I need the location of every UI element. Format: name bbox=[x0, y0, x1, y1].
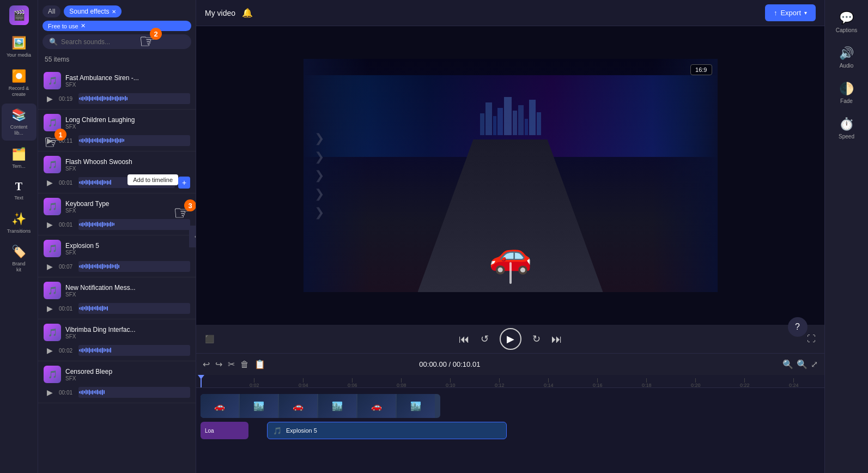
waveform bbox=[78, 303, 190, 314]
search-box[interactable]: 🔍 bbox=[43, 34, 191, 49]
playhead[interactable] bbox=[201, 375, 202, 387]
delete-button[interactable]: 🗑 bbox=[240, 360, 249, 369]
sound-icon: 🎵 bbox=[44, 366, 61, 383]
sidebar-item-content[interactable]: 📚 Contentlib... bbox=[2, 104, 37, 141]
sound-duration: 00:02 bbox=[59, 348, 75, 354]
ruler-mark: 0:24 bbox=[789, 378, 799, 388]
right-item-audio[interactable]: 🔊 Audio bbox=[827, 41, 866, 74]
fade-icon: 🌓 bbox=[839, 82, 854, 96]
sidebar-item-label: Brandkit bbox=[12, 261, 25, 273]
transitions-icon: ✨ bbox=[11, 212, 26, 226]
fullscreen-button[interactable]: ⛶ bbox=[807, 334, 816, 344]
panel-collapse-button[interactable]: ‹ bbox=[189, 226, 196, 247]
right-item-fade[interactable]: 🌓 Fade bbox=[827, 76, 866, 110]
sound-item: 🎵 New Notification Mess... SFX ▶ 00:01 bbox=[38, 277, 196, 319]
forward-button[interactable]: ↻ bbox=[532, 333, 541, 345]
ruler-mark: 0:10 bbox=[446, 378, 456, 388]
ruler-mark: 0:06 bbox=[348, 378, 357, 388]
skip-back-button[interactable]: ⏮ bbox=[459, 333, 470, 345]
add-to-timeline-button[interactable]: Add to timeline bbox=[128, 174, 178, 185]
sidebar-item-record[interactable]: ⏺️ Record &create bbox=[2, 65, 37, 102]
timeline-toolbar: ↩ ↪ ✂ 🗑 📋 00:00.00 / 00:10.01 🔍 🔍 ⤢ bbox=[196, 353, 824, 375]
sound-icon: 🎵 bbox=[44, 72, 61, 89]
sound-icon: 🎵 bbox=[44, 114, 61, 131]
audio-track-clip[interactable]: 🎵 Explosion 5 bbox=[267, 422, 507, 439]
sidebar-item-brand[interactable]: 🏷️ Brandkit bbox=[2, 240, 37, 277]
waveform bbox=[78, 93, 190, 104]
ruler-mark: 0:14 bbox=[544, 378, 554, 388]
play-sound-button[interactable]: ▶ bbox=[44, 177, 56, 189]
play-sound-button[interactable]: ▶ bbox=[44, 386, 56, 398]
title-icon: 🔔 bbox=[242, 8, 253, 18]
waveform bbox=[78, 261, 190, 272]
video-track-clip[interactable]: 🚗 🏙️ 🚗 🏙️ 🚗 🏙️ bbox=[201, 394, 440, 418]
play-pause-button[interactable]: ▶ bbox=[500, 328, 521, 350]
sidebar-item-your-media[interactable]: 🖼️ Your media bbox=[2, 32, 37, 63]
add-plus-button[interactable]: + bbox=[178, 177, 190, 189]
sidebar-item-label: Record &create bbox=[9, 86, 29, 98]
video-title: My video bbox=[205, 9, 235, 17]
sidebar-item-text[interactable]: T Text bbox=[2, 176, 37, 205]
sound-name: Explosion 5 bbox=[65, 242, 190, 250]
preview-area: ❯ ❯ ❯ ❯ ❯ 🚗 bbox=[196, 26, 824, 353]
ruler-mark: 0:22 bbox=[740, 378, 750, 388]
sound-icon: 🎵 bbox=[44, 156, 61, 173]
sound-type: SFX bbox=[65, 333, 190, 339]
sidebar-item-label: Contentlib... bbox=[10, 124, 28, 136]
panel-tabs: All Sound effects ✕ bbox=[38, 0, 196, 21]
play-sound-button[interactable]: ▶ bbox=[44, 93, 56, 105]
sidebar-item-label: Text bbox=[14, 195, 23, 201]
main-content: My video 🔔 ↑ Export ▾ ❯ ❯ ❯ ❯ ❯ bbox=[196, 0, 824, 473]
play-sound-button[interactable]: ▶ bbox=[44, 219, 56, 231]
sound-name: Vibrimba Ding Interfac... bbox=[65, 326, 190, 333]
sound-name: Fast Ambulance Siren -... bbox=[65, 74, 190, 82]
tab-all[interactable]: All bbox=[43, 5, 60, 17]
sound-name: Censored Bleep bbox=[65, 368, 190, 375]
sound-icon: 🎵 bbox=[44, 240, 61, 257]
sound-type: SFX bbox=[65, 166, 190, 172]
zoom-out-button[interactable]: 🔍 bbox=[782, 359, 793, 369]
export-button[interactable]: ↑ Export ▾ bbox=[765, 4, 816, 21]
sidebar-item-templates[interactable]: 🗂️ Tem... bbox=[2, 143, 37, 174]
undo-button[interactable]: ↩ bbox=[203, 359, 210, 369]
playback-controls: ⬛ ⏮ ↺ ▶ ↻ ⏭ ⛶ bbox=[196, 325, 824, 353]
skip-forward-button[interactable]: ⏭ bbox=[551, 333, 562, 345]
right-item-speed[interactable]: ⏱️ Speed bbox=[827, 112, 866, 145]
zoom-in-button[interactable]: 🔍 bbox=[797, 359, 808, 369]
sound-type: SFX bbox=[65, 250, 190, 256]
play-sound-button[interactable]: ▶ bbox=[44, 260, 56, 272]
clip-thumb-3: 🚗 bbox=[279, 394, 317, 418]
copy-button[interactable]: 📋 bbox=[254, 359, 265, 369]
search-icon: 🔍 bbox=[49, 38, 58, 46]
audio-track: Loa 🎵 Explosion 5 bbox=[196, 422, 824, 444]
ruler-mark: 0:04 bbox=[299, 378, 308, 388]
aspect-ratio-badge: 16:9 bbox=[690, 64, 712, 75]
right-item-captions[interactable]: 💬 Captions bbox=[827, 5, 866, 39]
redo-button[interactable]: ↪ bbox=[215, 359, 222, 369]
subtitles-control-btn[interactable]: ⬛ bbox=[205, 335, 214, 343]
tab-close-btn[interactable]: ✕ bbox=[112, 9, 116, 15]
badge-close[interactable]: ✕ bbox=[81, 22, 86, 29]
play-sound-button[interactable]: ▶ bbox=[44, 344, 56, 356]
tab-sound-effects[interactable]: Sound effects ✕ bbox=[64, 5, 121, 17]
sound-controls: ▶ 00:01 bbox=[44, 302, 190, 314]
zoom-controls: 🔍 🔍 ⤢ bbox=[782, 359, 818, 369]
play-sound-button[interactable]: ▶ bbox=[44, 135, 56, 147]
play-sound-button[interactable]: ▶ bbox=[44, 302, 56, 314]
cut-button[interactable]: ✂ bbox=[228, 359, 235, 369]
audio-clip-label: Explosion 5 bbox=[286, 427, 317, 434]
sound-duration: 00:19 bbox=[59, 96, 75, 102]
help-button[interactable]: ? bbox=[788, 317, 808, 337]
loa-clip[interactable]: Loa bbox=[201, 422, 248, 439]
sound-item: 🎵 Long Children Laughing SFX ▶ 00:11 bbox=[38, 110, 196, 151]
app-logo: 🎬 bbox=[9, 5, 29, 25]
fit-button[interactable]: ⤢ bbox=[811, 359, 818, 369]
sidebar-item-transitions[interactable]: ✨ Transitions bbox=[2, 208, 37, 239]
sound-type: SFX bbox=[65, 124, 190, 130]
rewind-button[interactable]: ↺ bbox=[481, 333, 489, 345]
video-preview-container: ❯ ❯ ❯ ❯ ❯ 🚗 bbox=[196, 26, 824, 325]
sound-list: 🎵 Fast Ambulance Siren -... SFX ▶ 00:19 … bbox=[38, 68, 196, 473]
search-input[interactable] bbox=[61, 38, 185, 46]
free-to-use-badge[interactable]: Free to use ✕ bbox=[43, 21, 191, 31]
city-skyline bbox=[304, 92, 718, 135]
